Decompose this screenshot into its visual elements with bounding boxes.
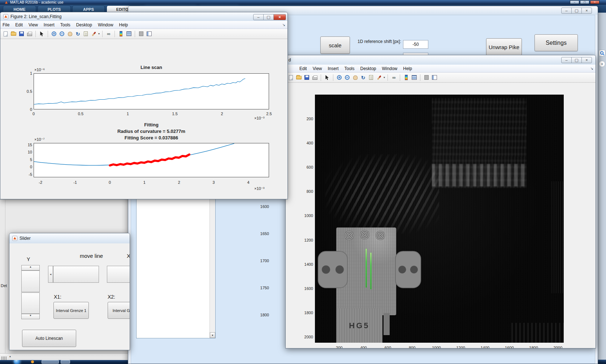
restore-icon[interactable]: ▢ [263, 14, 274, 20]
scale-button[interactable]: scale [320, 36, 350, 54]
menu-item[interactable]: Tools [345, 66, 355, 71]
slider-track[interactable] [21, 270, 40, 292]
legend-icon[interactable] [125, 30, 132, 37]
link-plot-icon[interactable]: ∞ [105, 30, 112, 37]
menu-item[interactable]: Desktop [360, 66, 376, 71]
x-slider[interactable]: ◂ [48, 266, 130, 283]
interval-grenze1-button[interactable]: Interval Grenze 1 [53, 302, 89, 319]
menu-item[interactable]: Insert [328, 66, 338, 71]
figure2-titlebar[interactable]: Figure 2: Line_scan,Fitting [0, 12, 287, 21]
interval-grenze2-button[interactable]: Interval Gre [108, 302, 130, 319]
restore-icon[interactable]: ▢ [571, 8, 582, 14]
minimize-icon[interactable]: – [561, 8, 572, 14]
data-cursor-icon[interactable] [368, 74, 375, 81]
arrow-cursor-icon[interactable] [38, 30, 45, 37]
arrow-cursor-icon[interactable] [324, 74, 330, 81]
dock-figure-icon[interactable]: ↘ [590, 66, 593, 70]
menu-item[interactable]: Insert [44, 22, 55, 27]
linescan-marker-line[interactable] [371, 253, 371, 289]
auto-linescan-button[interactable]: Auto Linescan [22, 330, 76, 347]
menu-item[interactable]: Edit [299, 66, 307, 71]
minimize-icon[interactable]: – [570, 0, 579, 4]
menu-item[interactable]: File [3, 22, 9, 27]
slider-left-icon[interactable]: ◂ [48, 266, 53, 283]
menu-item[interactable]: Window [382, 66, 398, 71]
brush-icon[interactable] [90, 30, 97, 37]
brush-dropdown-icon[interactable]: ▾ [98, 32, 100, 35]
hide-plot-tools-icon[interactable] [138, 30, 144, 37]
close-icon[interactable]: × [581, 8, 592, 14]
linescan-axes[interactable] [34, 73, 269, 109]
rotate-3d-icon[interactable]: ↻ [74, 30, 81, 37]
minimize-icon[interactable]: – [561, 57, 572, 63]
save-icon[interactable] [18, 30, 25, 37]
pan-hand-icon[interactable] [352, 74, 359, 81]
rotate-3d-icon[interactable]: ↻ [360, 74, 367, 81]
restore-icon[interactable]: ▢ [571, 57, 582, 63]
close-icon[interactable]: × [590, 0, 599, 4]
pan-hand-icon[interactable] [66, 30, 73, 37]
slider-thumb[interactable] [21, 292, 40, 314]
tab-apps[interactable]: APPS [72, 5, 105, 13]
slider-up-icon[interactable]: ▲ [21, 265, 40, 270]
close-icon[interactable]: × [273, 14, 286, 20]
scroll-down-icon[interactable]: ▼ [210, 332, 215, 338]
menu-item[interactable]: Edit [15, 22, 23, 27]
minimize-icon[interactable]: – [253, 14, 264, 20]
new-file-icon[interactable] [2, 30, 9, 37]
menu-item[interactable]: Window [98, 22, 113, 27]
y-slider[interactable]: ▲ ▼ [21, 265, 40, 319]
brush-icon[interactable] [376, 74, 382, 81]
menu-item[interactable]: Desktop [76, 22, 92, 27]
tick-label: 1800 [529, 346, 538, 348]
taskbar-window-button[interactable] [42, 360, 59, 364]
ref-shift-input[interactable]: -50 [403, 40, 428, 49]
menu-item[interactable]: View [313, 66, 322, 71]
menu-item[interactable]: View [29, 22, 38, 27]
circle-dropdown-icon[interactable]: ▾ [599, 61, 605, 67]
hide-plot-tools-icon[interactable] [423, 74, 430, 81]
print-icon[interactable] [311, 74, 318, 81]
tab-home[interactable]: HOME [3, 5, 36, 13]
fitting-axes[interactable] [34, 143, 269, 177]
save-icon[interactable] [303, 74, 310, 81]
brush-dropdown-icon[interactable]: ▾ [384, 76, 385, 79]
dock-figure-icon[interactable]: ↘ [282, 23, 285, 27]
zoom-out-icon[interactable]: − [59, 30, 65, 37]
slider-track[interactable] [53, 266, 99, 283]
image-figure-titlebar[interactable]: d [286, 55, 596, 65]
new-file-icon[interactable] [287, 74, 294, 81]
resize-grip-icon[interactable]: ▲ [1, 355, 11, 361]
open-folder-icon[interactable] [10, 30, 17, 37]
slider-down-icon[interactable]: ▼ [21, 314, 40, 319]
colorbar-icon[interactable] [403, 74, 410, 81]
open-folder-icon[interactable] [295, 74, 302, 81]
close-icon[interactable]: × [581, 57, 592, 63]
zoom-in-icon[interactable]: + [51, 30, 57, 37]
legend-icon[interactable] [411, 74, 417, 81]
print-icon[interactable] [26, 30, 33, 37]
matlab-titlebar[interactable]: MATLAB R2016b - academic use – ▢ × [0, 0, 606, 5]
taskbar-app-icon[interactable] [31, 360, 34, 363]
show-plot-tools-icon[interactable] [146, 30, 152, 37]
slider-titlebar[interactable]: Slider [9, 233, 130, 243]
restore-icon[interactable]: ▢ [580, 0, 589, 4]
colorbar-icon[interactable] [117, 30, 124, 37]
zoom-out-icon[interactable]: − [344, 74, 351, 81]
show-plot-tools-icon[interactable] [431, 74, 438, 81]
link-plot-icon[interactable]: ∞ [390, 74, 397, 81]
menu-item[interactable]: Help [119, 22, 128, 27]
settings-button[interactable]: Settings [534, 34, 578, 51]
zoom-in-icon[interactable]: + [336, 74, 343, 81]
image-left-pad [318, 251, 348, 288]
menu-item[interactable]: Help [403, 66, 412, 71]
slider-track[interactable] [107, 266, 130, 283]
data-cursor-icon[interactable] [82, 30, 89, 37]
unwrap-pike-button[interactable]: Unwrap Pike [486, 38, 522, 56]
search-icon[interactable] [599, 50, 605, 56]
tab-plots[interactable]: PLOTS [38, 5, 71, 13]
taskbar-window-button[interactable] [61, 360, 70, 364]
interferogram-image[interactable]: HG5 [315, 95, 564, 343]
linescan-marker-line[interactable] [366, 249, 367, 287]
menu-item[interactable]: Tools [60, 22, 70, 27]
